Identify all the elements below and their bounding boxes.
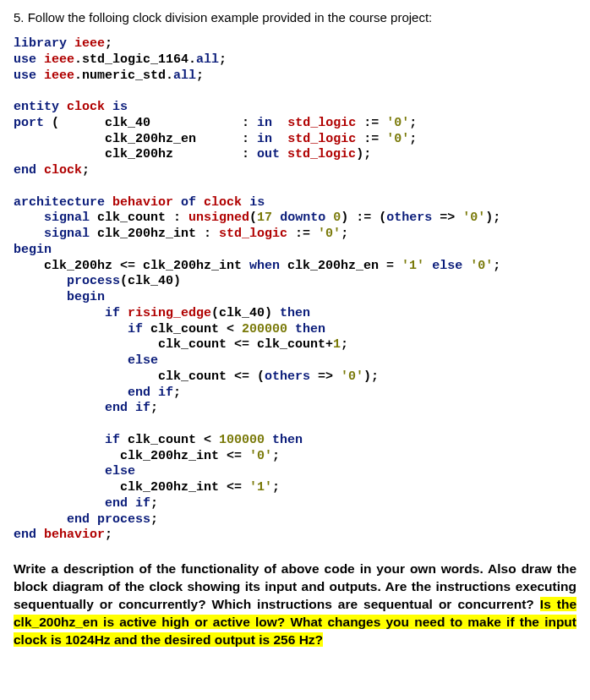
instructions-plain: Write a description of the functionality… <box>14 561 576 611</box>
question-prompt: 5. Follow the folloing clock division ex… <box>14 10 576 25</box>
code-listing: library ieee; use ieee.std_logic_1164.al… <box>14 36 576 544</box>
instructions-paragraph: Write a description of the functionality… <box>14 561 576 649</box>
question-prompt-text: Follow the folloing clock division examp… <box>28 10 433 25</box>
question-number: 5. <box>14 10 25 25</box>
